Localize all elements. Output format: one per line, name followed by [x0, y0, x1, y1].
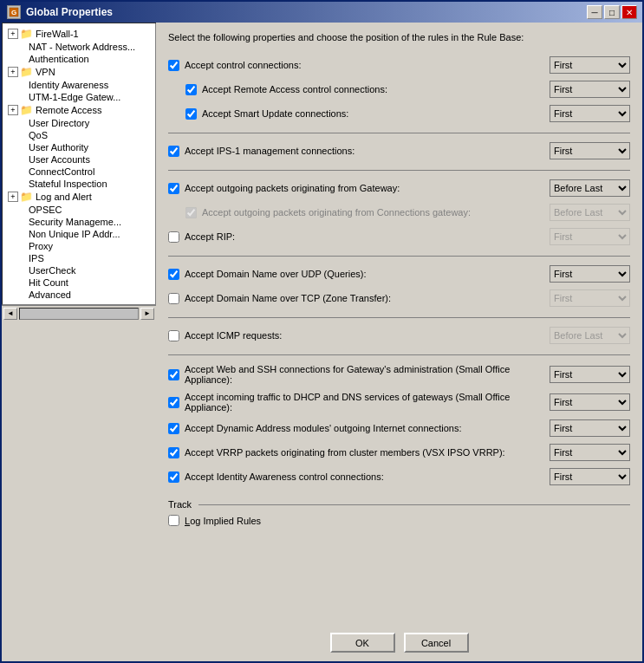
sidebar-item-auth[interactable]: Authentication — [4, 53, 153, 65]
sidebar-item-qos[interactable]: QoS — [4, 129, 153, 141]
sidebar-item-remote[interactable]: + 📁 Remote Access — [4, 103, 153, 117]
row-accept-domain-udp: Accept Domain Name over UDP (Queries): F… — [168, 265, 630, 283]
label-opsec: OPSEC — [29, 205, 62, 215]
dropdown-accept-outgoing[interactable]: FirstLastBefore Last — [550, 179, 630, 197]
expand-icon-remote[interactable]: + — [8, 105, 18, 115]
label-row-icmp: Accept ICMP requests: — [168, 330, 543, 341]
dropdown-accept-dynamic[interactable]: FirstLastBefore Last — [550, 419, 630, 437]
row-accept-smart: Accept Smart Update connections: FirstLa… — [168, 105, 630, 122]
dropdown-accept-domain-tcp[interactable]: First — [550, 289, 630, 307]
sidebar-item-userdir[interactable]: User Directory — [4, 117, 153, 129]
sidebar-item-secmgmt[interactable]: Security Manageme... — [4, 216, 153, 228]
sidebar-item-identity[interactable]: Identity Awareness — [4, 79, 153, 91]
checkbox-accept-control[interactable] — [168, 60, 179, 71]
checkbox-accept-ssh[interactable] — [168, 369, 179, 380]
checkbox-accept-ips[interactable] — [168, 146, 179, 157]
checkbox-accept-remote[interactable] — [185, 84, 197, 95]
left-panel-container: + 📁 FireWall-1 NAT - Network Address... … — [2, 23, 156, 661]
checkbox-accept-icmp[interactable] — [168, 330, 179, 341]
row-accept-vrrp: Accept VRRP packets originating from clu… — [168, 444, 630, 461]
expand-icon-logalert[interactable]: + — [8, 192, 18, 202]
sidebar-item-userauth[interactable]: User Authority — [4, 141, 153, 153]
separator-4 — [168, 317, 630, 318]
app-icon: G — [7, 5, 21, 19]
sidebar-item-ips[interactable]: IPS — [4, 252, 153, 264]
sidebar-item-vpn[interactable]: + 📁 VPN — [4, 65, 153, 79]
label-vpn: VPN — [36, 67, 55, 77]
maximize-button[interactable]: □ — [604, 5, 620, 19]
checkbox-accept-dhcp[interactable] — [168, 397, 179, 408]
label-useraccts: User Accounts — [29, 154, 90, 165]
row-accept-control: Accept control connections: FirstLastBef… — [168, 56, 630, 74]
scroll-right-button[interactable]: ► — [140, 308, 154, 320]
label-firewall1: FireWall-1 — [36, 29, 79, 39]
folder-icon-remote: 📁 — [20, 104, 33, 116]
dropdown-accept-control[interactable]: FirstLastBefore Last — [550, 56, 630, 74]
dropdown-accept-remote[interactable]: FirstLastBefore Last — [550, 81, 630, 98]
checkbox-accept-rip[interactable] — [168, 231, 179, 243]
sidebar-item-nat[interactable]: NAT - Network Address... — [4, 41, 153, 53]
title-bar-left: G Global Properties — [7, 5, 113, 19]
scroll-left-button[interactable]: ◄ — [3, 308, 17, 320]
dropdown-accept-icmp[interactable]: Before Last — [550, 327, 630, 344]
sidebar-item-useraccts[interactable]: User Accounts — [4, 153, 153, 166]
button-area: OK Cancel — [156, 626, 642, 661]
dropdown-accept-vrrp[interactable]: FirstLastBefore Last — [550, 444, 630, 461]
dropdown-accept-rip[interactable]: First — [550, 228, 630, 245]
label-ips: IPS — [29, 253, 44, 263]
sidebar-item-firewall1[interactable]: + 📁 FireWall-1 — [4, 27, 153, 41]
dropdown-accept-outgoing-sub[interactable]: Before Last — [550, 204, 630, 221]
sidebar-item-proxy[interactable]: Proxy — [4, 240, 153, 252]
property-tree: + 📁 FireWall-1 NAT - Network Address... … — [3, 23, 155, 304]
sidebar-item-stateful[interactable]: Stateful Inspection — [4, 178, 153, 190]
checkbox-accept-outgoing-sub[interactable] — [185, 207, 197, 218]
separator-5 — [168, 354, 630, 355]
checkbox-log-implied[interactable] — [168, 515, 179, 526]
sidebar-item-opsec[interactable]: OPSEC — [4, 204, 153, 216]
expand-icon-firewall1[interactable]: + — [8, 29, 18, 39]
cancel-button[interactable]: Cancel — [404, 633, 469, 653]
label-connectctl: ConnectControl — [29, 166, 94, 177]
folder-icon-firewall1: 📁 — [20, 28, 33, 40]
dropdown-accept-dhcp[interactable]: FirstLastBefore Last — [550, 393, 630, 411]
global-properties-window: G Global Properties ─ □ ✕ + 📁 FireWall-1 — [0, 0, 644, 663]
label-accept-outgoing-sub: Accept outgoing packets originating from… — [202, 207, 543, 218]
row-accept-icmp: Accept ICMP requests: Before Last — [168, 327, 630, 344]
checkbox-accept-vrrp[interactable] — [168, 447, 179, 458]
label-hitcount: Hit Count — [29, 277, 68, 288]
close-button[interactable]: ✕ — [621, 5, 637, 19]
dropdown-accept-ips[interactable]: FirstLastBefore Last — [550, 142, 630, 159]
label-accept-ssh: Accept Web and SSH connections for Gatew… — [185, 364, 543, 385]
checkbox-accept-dynamic[interactable] — [168, 423, 179, 434]
sidebar-item-usercheck[interactable]: UserCheck — [4, 264, 153, 276]
dropdown-accept-identity[interactable]: FirstLastBefore Last — [550, 468, 630, 485]
sidebar-item-hitcount[interactable]: Hit Count — [4, 276, 153, 289]
dropdown-accept-smart[interactable]: FirstLastBefore Last — [550, 105, 630, 122]
row-accept-rip: Accept RIP: First — [168, 228, 630, 245]
checkbox-accept-outgoing[interactable] — [168, 183, 179, 194]
sidebar-item-logalert[interactable]: + 📁 Log and Alert — [4, 190, 153, 204]
dropdown-accept-ssh[interactable]: FirstLastBefore Last — [550, 366, 630, 383]
sidebar-item-utm[interactable]: UTM-1-Edge Gatew... — [4, 91, 153, 103]
track-section: Track Log Implied Rules — [168, 499, 630, 528]
checkbox-accept-domain-udp[interactable] — [168, 269, 179, 280]
checkbox-accept-smart[interactable] — [185, 108, 197, 120]
label-userauth: User Authority — [29, 142, 88, 153]
main-content: + 📁 FireWall-1 NAT - Network Address... … — [2, 23, 642, 661]
scroll-track[interactable] — [19, 308, 139, 320]
sidebar-item-connectctl[interactable]: ConnectControl — [4, 166, 153, 178]
minimize-button[interactable]: ─ — [587, 5, 602, 19]
label-accept-dhcp: Accept incoming traffic to DHCP and DNS … — [185, 392, 543, 413]
checkbox-accept-identity[interactable] — [168, 471, 179, 483]
label-accept-rip: Accept RIP: — [185, 231, 235, 242]
label-qos: QoS — [29, 130, 48, 140]
ok-button[interactable]: OK — [330, 633, 395, 653]
dropdown-accept-domain-udp[interactable]: FirstLastBefore Last — [550, 265, 630, 283]
expand-icon-vpn[interactable]: + — [8, 67, 18, 77]
sidebar-item-advanced[interactable]: Advanced — [4, 289, 153, 301]
label-row-identity: Accept Identity Awareness control connec… — [168, 471, 543, 483]
checkbox-accept-domain-tcp[interactable] — [168, 293, 179, 304]
sidebar-item-nonunique[interactable]: Non Unique IP Addr... — [4, 228, 153, 240]
row-accept-remote: Accept Remote Access control connections… — [168, 81, 630, 98]
tree-scrollbar: ◄ ► — [2, 305, 156, 321]
